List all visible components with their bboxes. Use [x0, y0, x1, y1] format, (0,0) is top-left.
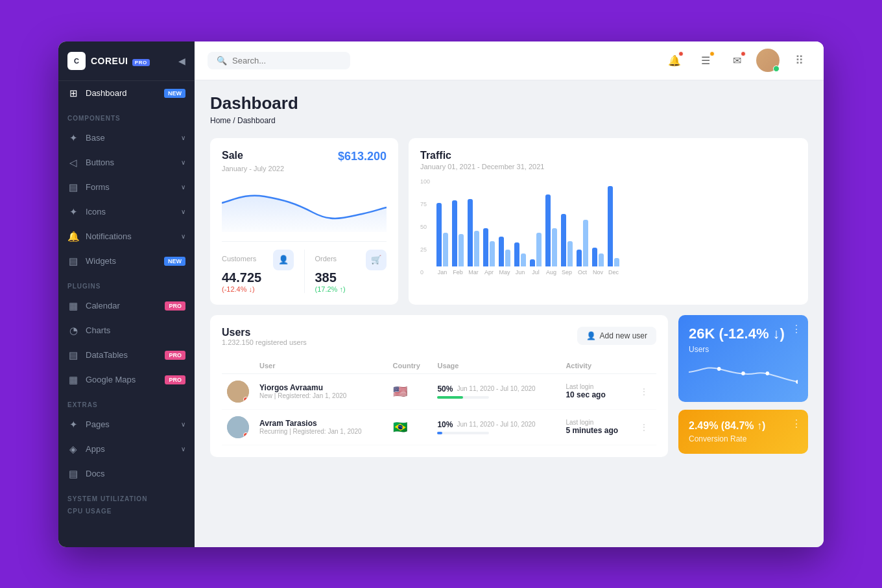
- row-actions-button[interactable]: ⋮: [640, 387, 648, 396]
- widget-users-val: 26K (-12.4% ↓): [689, 325, 798, 342]
- usage-cell: 50% Jun 11, 2020 - Jul 10, 2020: [432, 373, 560, 409]
- bar-pair: [592, 248, 604, 266]
- bar-label: Nov: [593, 269, 603, 276]
- orders-value: 385: [315, 270, 387, 285]
- user-avatar-button[interactable]: [756, 49, 780, 72]
- breadcrumb-home[interactable]: Home: [210, 116, 231, 125]
- user-cell: Yiorgos Avraamu New | Registered: Jan 1,…: [259, 383, 383, 399]
- bar-pair: [545, 194, 557, 266]
- datatables-icon: ▤: [67, 349, 79, 361]
- bar-secondary: [505, 250, 510, 266]
- user-name: Yiorgos Avraamu: [259, 383, 346, 392]
- widget-dots-button[interactable]: ⋮: [791, 323, 802, 335]
- bar-group: May: [499, 237, 510, 276]
- sidebar-item-charts[interactable]: ◔ Charts: [58, 318, 195, 343]
- bar-secondary: [567, 241, 573, 266]
- bar-primary: [577, 250, 582, 266]
- bar-group: Sep: [561, 214, 573, 276]
- usage-cell: 10% Jun 11, 2020 - Jul 10, 2020: [432, 409, 560, 445]
- side-widgets: ⋮ 26K (-12.4% ↓) Users: [678, 315, 808, 457]
- datatables-pro-badge: PRO: [165, 351, 185, 360]
- bar-group: Jul: [530, 233, 542, 276]
- googlemaps-pro-badge: PRO: [165, 375, 185, 384]
- sidebar-item-forms[interactable]: ▤ Forms ∨: [58, 175, 195, 200]
- bar-primary: [499, 237, 504, 266]
- bar-primary: [530, 259, 535, 266]
- chevron-icon: ∨: [181, 208, 185, 215]
- customers-change: (-12.4% ↓): [222, 285, 294, 293]
- users-sparkline: [689, 359, 798, 392]
- sidebar-item-googlemaps[interactable]: ▦ Google Maps PRO: [58, 368, 195, 392]
- cards-row: Sale $613.200 January - July 2022: [210, 138, 808, 305]
- user-meta: Recurring | Registered: Jan 1, 2020: [259, 428, 362, 435]
- bar-label: Aug: [546, 269, 556, 276]
- usage-bar: [437, 396, 489, 399]
- page-title: Dashboard: [210, 93, 808, 113]
- sidebar-item-base[interactable]: ✦ Base ∨: [58, 126, 195, 150]
- sidebar-item-apps[interactable]: ◈ Apps ∨: [58, 437, 195, 462]
- sidebar-item-icons[interactable]: ✦ Icons ∨: [58, 200, 195, 224]
- breadcrumb-current: Dashboard: [237, 116, 276, 125]
- bar-label: Mar: [468, 269, 479, 276]
- bar-group: Jan: [436, 203, 448, 276]
- search-bar[interactable]: 🔍: [208, 52, 350, 69]
- country-flag: 🇺🇸: [393, 385, 407, 398]
- sidebar-item-notifications[interactable]: 🔔 Notifications ∨: [58, 224, 195, 249]
- list-icon: ☰: [701, 54, 710, 67]
- mail-button[interactable]: ✉: [725, 49, 748, 72]
- bar-label: Jun: [516, 269, 525, 276]
- usage-fill: [437, 432, 442, 434]
- users-widget: ⋮ 26K (-12.4% ↓) Users: [678, 315, 808, 402]
- sidebar-item-dashboard[interactable]: ⊞ Dashboard NEW: [58, 81, 195, 106]
- chevron-icon: ∨: [181, 445, 185, 453]
- topbar: 🔍 🔔 ☰ ✉ ⠿: [195, 41, 824, 80]
- bar-pair: [483, 228, 495, 266]
- bar-group: Aug: [545, 194, 557, 276]
- widget-users-label: Users: [689, 345, 798, 354]
- user-avatar: [227, 416, 249, 438]
- user-info-cell: Yiorgos Avraamu New | Registered: Jan 1,…: [254, 373, 388, 409]
- user-avatar: [227, 381, 249, 403]
- tasks-button[interactable]: ☰: [694, 49, 717, 72]
- activity-label: Last login: [566, 383, 629, 390]
- sidebar-item-pages[interactable]: ✦ Pages ∨: [58, 412, 195, 437]
- activity-label: Last login: [566, 419, 629, 426]
- avatar-status-dot: [773, 65, 780, 72]
- bar-label: Jan: [438, 269, 447, 276]
- users-table: User Country Usage Activity: [222, 358, 656, 445]
- apps-icon: ◈: [67, 443, 79, 455]
- mail-icon: ✉: [733, 54, 741, 67]
- sidebar-item-calendar[interactable]: ▦ Calendar PRO: [58, 294, 195, 318]
- base-icon: ✦: [67, 132, 79, 144]
- grid-icon: ⠿: [795, 53, 804, 67]
- chevron-icon: ∨: [181, 183, 185, 191]
- bar-label: Feb: [453, 269, 463, 276]
- usage-percent: 10%: [437, 420, 453, 429]
- grid-menu-button[interactable]: ⠿: [787, 49, 811, 72]
- sidebar-item-widgets[interactable]: ▤ Widgets NEW: [58, 249, 195, 274]
- bar-primary: [468, 199, 473, 266]
- sidebar-item-buttons[interactable]: ◁ Buttons ∨: [58, 150, 195, 175]
- add-user-button[interactable]: 👤 Add new user: [577, 327, 656, 345]
- user-meta: New | Registered: Jan 1, 2020: [259, 392, 346, 399]
- widget-dots-button[interactable]: ⋮: [791, 417, 802, 430]
- add-user-icon: 👤: [586, 331, 596, 340]
- sidebar-item-datatables[interactable]: ▤ DataTables PRO: [58, 343, 195, 368]
- app-window: C COREUI PRO ◀ ⊞ Dashboard NEW COMPONENT…: [58, 41, 824, 547]
- search-input[interactable]: [232, 56, 341, 65]
- collapse-sidebar-button[interactable]: ◀: [178, 56, 185, 66]
- users-section: Users 1.232.150 registered users 👤 Add n…: [210, 315, 808, 457]
- notifications-button[interactable]: 🔔: [663, 49, 686, 72]
- row-actions-button[interactable]: ⋮: [640, 423, 648, 432]
- widgets-icon: ▤: [67, 255, 79, 267]
- search-icon: 🔍: [217, 56, 227, 65]
- section-label-cpu: CPU USAGE: [58, 506, 195, 519]
- bar-group: Dec: [608, 186, 619, 276]
- section-label-components: COMPONENTS: [58, 106, 195, 126]
- sidebar-item-docs[interactable]: ▤ Docs: [58, 462, 195, 486]
- forms-icon: ▤: [67, 182, 79, 193]
- svg-point-1: [741, 371, 745, 375]
- bar-label: Dec: [608, 269, 619, 276]
- col-activity: Activity: [560, 358, 634, 374]
- sidebar-logo: C COREUI PRO ◀: [58, 41, 195, 81]
